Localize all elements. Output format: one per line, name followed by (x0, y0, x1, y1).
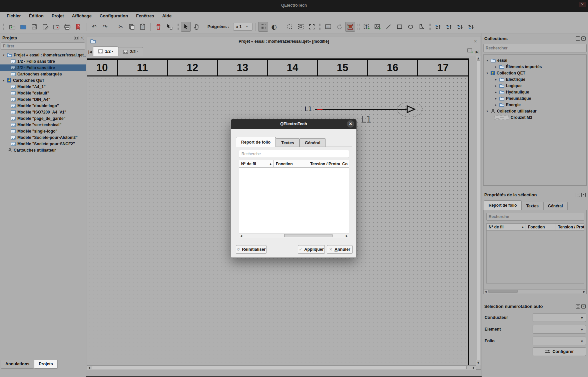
close-project-button[interactable] (51, 22, 61, 32)
scroll-left-icon[interactable]: ◀ (88, 366, 90, 369)
add-text-button[interactable]: T (362, 22, 372, 32)
properties-tab-general[interactable]: Général (543, 202, 568, 210)
tree-item-folio-1[interactable]: 1/2 - Folio sans titre (0, 58, 86, 64)
tree-item-collection-qet[interactable]: ▾Collection QET (484, 70, 586, 76)
column-header-fonction[interactable]: Fonction (274, 160, 308, 167)
float-panel-icon[interactable] (576, 36, 580, 41)
tree-item-modele[interactable]: Modèle "DIN_A4" (0, 96, 86, 103)
raise-button[interactable] (444, 22, 454, 32)
conducteur-combobox[interactable]: ▼ (533, 313, 586, 322)
scroll-right-icon[interactable]: ▶ (583, 290, 585, 293)
add-image-button[interactable] (373, 22, 383, 32)
properties-table-hscrollbar[interactable]: ◀ ▶ (484, 289, 586, 294)
scroll-right-icon[interactable]: ▶ (473, 366, 475, 369)
menu-aide[interactable]: Aide (158, 12, 175, 20)
tree-item-cartouches-utilisateur[interactable]: Cartouches utilisateur (0, 147, 86, 153)
float-panel-icon[interactable] (576, 304, 580, 309)
expander-icon[interactable]: ▾ (2, 79, 5, 82)
project-window-titlebar[interactable]: Projet « essai : /home/razer/essai.qet» … (87, 36, 481, 46)
expander-icon[interactable]: ▸ (494, 78, 498, 81)
selection-frame-button[interactable] (307, 22, 317, 32)
tree-item-elements-importes[interactable]: ▸Éléments importés (484, 63, 586, 70)
selection-free-button[interactable] (285, 22, 295, 32)
dialog-table-body[interactable] (239, 168, 349, 233)
folio-tab-1[interactable]: 1/2 - (93, 46, 118, 56)
tree-item-modele[interactable]: Modèle "A4_1" (0, 83, 86, 90)
column-header-numero-de-fil[interactable]: N° de fil▲ (487, 224, 526, 230)
apply-button[interactable]: ✓Appliquer (298, 245, 325, 254)
save-as-button[interactable] (40, 22, 50, 32)
menu-configuration[interactable]: Configuration (96, 12, 132, 20)
export-pdf-button[interactable] (73, 22, 83, 32)
expander-icon[interactable]: ▾ (2, 53, 5, 57)
scroll-up-icon[interactable]: ▲ (477, 57, 479, 60)
cut-button[interactable]: ✂ (116, 22, 126, 32)
tree-item-modele[interactable]: Modèle "ISO7200_A4_V1" (0, 109, 86, 115)
column-header-tension-proto[interactable]: Tension / Proto (556, 224, 584, 230)
canvas-horizontal-scrollbar[interactable]: ◀ ▶ (87, 365, 476, 370)
dialog-tab-report-de-folio[interactable]: Report de folio (236, 137, 276, 147)
folio-combobox[interactable]: ▼ (533, 337, 586, 345)
properties-search-input[interactable] (486, 213, 584, 221)
tree-item-crouzet-m3[interactable]: Crouzet M3 (484, 114, 586, 121)
float-panel-icon[interactable] (576, 193, 580, 197)
bring-to-front-button[interactable] (433, 22, 443, 32)
float-panel-icon[interactable] (74, 36, 78, 40)
first-folio-button[interactable]: |◀ (87, 48, 93, 56)
tree-item-modele[interactable]: Modèle "default" (0, 90, 86, 96)
tab-projets[interactable]: Projets (34, 360, 57, 369)
grid-toggle-button[interactable] (258, 22, 268, 32)
scroll-left-icon[interactable]: ◀ (240, 234, 242, 237)
tree-item-modele[interactable]: Modèle "page_de_garde" (0, 115, 86, 122)
dialog-table-hscrollbar[interactable]: ◀ ▶ (239, 233, 349, 238)
dialog-tab-general[interactable]: Général (300, 138, 326, 147)
tree-item-modele[interactable]: Modèle "single-logo" (0, 128, 86, 134)
conductor-mode-button[interactable] (345, 22, 355, 32)
tree-item-electrique[interactable]: ▸Electrique (484, 76, 586, 82)
print-button[interactable] (62, 22, 72, 32)
scroll-left-icon[interactable]: ◀ (485, 290, 487, 293)
draw-rectangle-button[interactable] (395, 22, 405, 32)
menu-fichier[interactable]: Fichier (3, 12, 25, 20)
properties-table-body[interactable] (486, 231, 584, 284)
new-project-button[interactable] (7, 22, 17, 32)
drag-paste-button[interactable] (164, 22, 174, 32)
collections-search-input[interactable] (483, 44, 587, 52)
dialog-search-input[interactable] (239, 150, 349, 158)
column-header-tension-protocole[interactable]: Tension / Protocole (308, 160, 340, 167)
tree-item-project[interactable]: ▾Projet « essai : /home/razer/essai.qet.… (0, 52, 86, 58)
paste-button[interactable] (138, 22, 148, 32)
column-header-numero-de-fil[interactable]: N° de fil▲ (239, 160, 274, 167)
draw-ellipse-button[interactable] (406, 22, 416, 32)
folio-tab-2[interactable]: 2/2 - (118, 47, 143, 56)
column-header-co[interactable]: Co (340, 160, 349, 167)
conductor-label[interactable]: L1 (361, 115, 372, 125)
project-window-close-icon[interactable]: ✕ (474, 39, 477, 44)
select-mode-button[interactable] (181, 22, 191, 32)
delete-button[interactable] (153, 22, 163, 32)
rotate-button[interactable] (334, 22, 344, 32)
column-header-fonction[interactable]: Fonction (526, 224, 556, 230)
tree-item-folio-2-selected[interactable]: 2/2 - Folio sans titre (0, 64, 86, 71)
canvas-vertical-scrollbar[interactable]: ▲ ▼ (476, 56, 481, 365)
tree-item-collection-utilisateur[interactable]: ▾Collection utilisateur (484, 108, 586, 114)
wire-l1-label[interactable]: L1 (305, 105, 312, 113)
tree-item-modele[interactable]: Modèle "double-logo" (0, 103, 86, 109)
scroll-down-icon[interactable]: ▼ (477, 361, 479, 364)
tree-item-essai[interactable]: ▾essai (484, 57, 586, 63)
expander-icon[interactable]: ▾ (486, 110, 489, 113)
tree-item-modele[interactable]: Modèle "Societe-pour-SNCF2" (0, 141, 86, 147)
toolbar-grip[interactable] (429, 22, 431, 31)
scroll-right-icon[interactable]: ▶ (346, 234, 348, 237)
toolbar-grip[interactable] (357, 22, 360, 31)
cancel-button[interactable]: ✕Annuler (327, 245, 353, 254)
handles-combobox[interactable]: x 1▼ (233, 23, 252, 31)
tree-item-cartouches-qet[interactable]: ▾Cartouches QET (0, 77, 86, 83)
open-project-button[interactable] (18, 22, 28, 32)
pan-mode-button[interactable] (192, 22, 202, 32)
close-panel-icon[interactable]: ✕ (581, 193, 586, 197)
tree-item-pneumatique[interactable]: ▸Pneumatique (484, 95, 586, 102)
projects-filter-input[interactable] (1, 42, 85, 50)
toolbar-grip[interactable] (3, 22, 5, 31)
send-to-back-button[interactable] (466, 22, 476, 32)
